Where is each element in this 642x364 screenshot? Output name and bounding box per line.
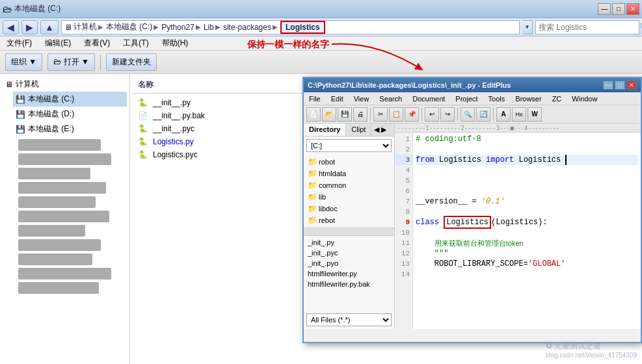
ep-directory-tree: 📁 robot 📁 htmldata 📁 common 📁 lib 📁 xyxy=(304,155,394,228)
ep-tree-item[interactable]: 📁 robot xyxy=(305,156,393,168)
pyc-file-icon: 🐍 xyxy=(138,124,148,133)
ep-tab-directory[interactable]: Directory xyxy=(304,124,346,136)
ep-w-button[interactable]: W xyxy=(528,107,542,122)
back-button[interactable]: ◀ xyxy=(3,20,19,34)
ep-menu-file[interactable]: File xyxy=(306,94,323,104)
logistics-class-highlight: Logistics xyxy=(444,216,491,229)
ep-file-item[interactable]: htmlfilewriter.py xyxy=(305,268,393,279)
menu-file[interactable]: 文件(F) xyxy=(3,36,36,50)
path-c-drive[interactable]: 本地磁盘 (C:) ▶ xyxy=(106,21,159,32)
search-icon[interactable]: 🔍 xyxy=(639,20,642,34)
ep-menu-window[interactable]: Window xyxy=(569,94,600,104)
sidebar-item-d-drive[interactable]: 💾 本地磁盘 (D:) xyxy=(13,107,127,122)
ep-code-content[interactable]: # coding:utf-8 from Logistics import Log… xyxy=(413,133,641,329)
toolbar-sep-1 xyxy=(370,108,371,121)
menu-edit[interactable]: 编辑(E) xyxy=(41,36,75,50)
code-comment: # coding:utf-8 xyxy=(416,134,481,144)
ep-menu-edit[interactable]: Edit xyxy=(328,94,346,104)
organize-button[interactable]: 组织 ▼ xyxy=(5,53,42,71)
code-line-14 xyxy=(416,269,638,280)
ep-cut-button[interactable]: ✂ xyxy=(373,107,388,122)
sidebar-item-c-drive[interactable]: 💾 本地磁盘 (C:) xyxy=(13,92,127,107)
ep-menu-browser[interactable]: Browser xyxy=(513,94,544,104)
sidebar-item-computer[interactable]: 🖥 计算机 xyxy=(3,77,127,92)
ep-copy-button[interactable]: 📋 xyxy=(389,107,403,122)
ep-redo-button[interactable]: ↪ xyxy=(440,107,455,122)
ep-print-button[interactable]: 🖨 xyxy=(353,107,368,122)
file-name-init-bak: __init__.py.bak xyxy=(153,111,205,120)
ep-menu-zc[interactable]: ZC xyxy=(550,94,565,104)
ep-file-item[interactable]: _init_.pyo xyxy=(305,258,393,268)
ep-paste-button[interactable]: 📌 xyxy=(405,107,419,122)
ep-hx-button[interactable]: Hx xyxy=(512,107,526,122)
ep-panel-arrow[interactable]: ◀ ▶ xyxy=(371,124,389,136)
ep-code-body: 1 2 3 4 5 6 7 8 9 10 11 12 13 14 xyxy=(395,133,641,329)
ep-file-item[interactable]: _init_.py xyxy=(305,237,393,248)
explorer-title: 本地磁盘 (C:) xyxy=(14,3,60,14)
ep-menu-document[interactable]: Document xyxy=(410,94,448,104)
new-folder-button[interactable]: 新建文件夹 xyxy=(106,53,157,71)
ep-file-item[interactable]: _init_.pyc xyxy=(305,248,393,258)
ep-new-button[interactable]: 📄 xyxy=(306,107,321,122)
open-button[interactable]: 🗁 打开 ▼ xyxy=(47,53,95,71)
ep-font-a-button[interactable]: A xyxy=(496,107,511,122)
ep-menu-tools[interactable]: Tools xyxy=(486,94,508,104)
code-line-4 xyxy=(416,165,638,176)
ep-menu-project[interactable]: Project xyxy=(453,94,480,104)
ep-replace-button[interactable]: 🔄 xyxy=(476,107,490,122)
explorer-toolbar: 组织 ▼ 🗁 打开 ▼ 新建文件夹 xyxy=(0,51,642,74)
search-input[interactable] xyxy=(536,23,639,32)
ep-drive-dropdown[interactable]: [C:] xyxy=(306,139,392,152)
ep-scrollbar-h[interactable] xyxy=(304,228,394,235)
folder-icon: 📁 xyxy=(308,181,317,190)
path-lib[interactable]: Lib ▶ xyxy=(204,23,221,32)
ep-maximize-button[interactable]: □ xyxy=(615,81,625,90)
up-button[interactable]: ▲ xyxy=(40,20,59,34)
ep-tree-item[interactable]: 📁 htmldata xyxy=(305,168,393,179)
ep-file-filter-dropdown[interactable]: All Files (*.*) xyxy=(306,313,392,326)
menu-tools[interactable]: 工具(T) xyxy=(119,36,152,50)
code-line-10 xyxy=(416,228,638,238)
menu-help[interactable]: 帮助(H) xyxy=(158,36,193,50)
ep-close-button[interactable]: ✕ xyxy=(626,81,637,90)
ep-tree-item[interactable]: 📁 common xyxy=(305,179,393,191)
code-indent-12 xyxy=(416,248,435,259)
path-dropdown-button[interactable]: ▼ xyxy=(522,20,533,34)
file-name-init-pyc: __init__.pyc xyxy=(153,124,194,133)
menu-view[interactable]: 查看(V) xyxy=(80,36,114,50)
code-line-12: """ xyxy=(416,248,638,259)
ep-find-button[interactable]: 🔍 xyxy=(461,107,475,122)
search-box: 🔍 xyxy=(535,20,639,34)
maximize-button[interactable]: □ xyxy=(612,3,625,15)
code-indent-13 xyxy=(416,259,435,269)
code-line-7: __version__ = '0.1' xyxy=(416,196,638,207)
path-logistics-highlight[interactable]: Logistics xyxy=(280,21,325,34)
ep-tree-item[interactable]: 📁 rebot xyxy=(305,214,393,226)
sidebar-item-e-drive[interactable]: 💾 本地磁盘 (E:) xyxy=(13,122,127,136)
path-site-packages[interactable]: site-packages ▶ xyxy=(223,23,278,32)
ep-tree-item[interactable]: 📁 lib xyxy=(305,191,393,203)
ep-tab-clip[interactable]: Clipt xyxy=(346,124,371,136)
minimize-button[interactable]: — xyxy=(598,3,611,15)
ep-menu-view[interactable]: View xyxy=(351,94,372,104)
folder-icon: 📁 xyxy=(308,216,317,225)
ep-file-item[interactable]: htmlfilewriter.py.bak xyxy=(305,279,393,289)
ep-save-button[interactable]: 💾 xyxy=(338,107,352,122)
editplus-menu: File Edit View Search Document Project T… xyxy=(304,92,641,105)
path-computer[interactable]: 🖥 计算机 ▶ xyxy=(64,21,103,32)
code-indent-11 xyxy=(416,238,435,248)
ep-undo-button[interactable]: ↩ xyxy=(425,107,439,122)
watermark: ✿ 无量测试之道 blog.csdn.net/weixin_41754309 xyxy=(546,341,637,359)
file-name-logistics-py: Logistics.py xyxy=(153,137,194,146)
ep-tree-item[interactable]: 📁 libdoc xyxy=(305,203,393,214)
ep-menu-search[interactable]: Search xyxy=(377,94,405,104)
ep-minimize-button[interactable]: — xyxy=(603,81,613,90)
ep-open-button[interactable]: 📂 xyxy=(322,107,336,122)
annotation-text: 保持一模一样的名字 xyxy=(247,39,329,51)
line-num-12: 12 xyxy=(395,248,412,259)
close-button[interactable]: ✕ xyxy=(626,3,639,15)
path-python27[interactable]: Python27 ▶ xyxy=(161,23,201,32)
line-num-7: 7 xyxy=(395,196,412,207)
blurred-folders xyxy=(13,136,127,296)
forward-button[interactable]: ▶ xyxy=(21,20,38,34)
